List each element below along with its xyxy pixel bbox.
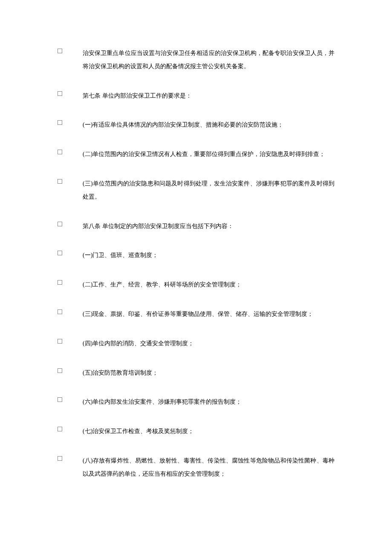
checkbox-icon	[58, 456, 62, 461]
item-text: (六)单位内部发生治安案件、涉嫌刑事犯罪案件的报告制度；	[83, 396, 334, 409]
item-text: (三)现金、票据、印鉴、有价证券等重要物品使用、保管、储存、运输的安全管理制度；	[83, 308, 334, 321]
item-text: (二)工作、生产、经营、教学、科研等场所的安全管理制度；	[83, 278, 334, 292]
item-text: (八)存放有爆炸性、易燃性、放射性、毒害性、传染性、腐蚀性等危险物品和传染性菌种…	[83, 454, 334, 481]
item-text: (五)治安防范教育培训制度；	[83, 367, 334, 380]
checkbox-icon	[58, 91, 62, 96]
list-item: (三)单位范围内的治安隐患和问题及时得到处理，发生治安案件、涉嫌刑事犯罪的案件及…	[58, 177, 334, 204]
list-item: 第七条 单位内部治安保卫工作的要求是：	[58, 90, 334, 103]
checkbox-icon	[58, 280, 62, 285]
checkbox-icon	[58, 222, 62, 226]
list-item: (五)治安防范教育培训制度；	[58, 367, 334, 380]
checkbox-icon	[58, 120, 62, 125]
item-text: (二)单位范围内的治安保卫情况有人检查，重要部位得到重点保护，治安隐患及时得到排…	[83, 148, 334, 161]
checkbox-icon	[58, 150, 62, 154]
document-content: 治安保卫重点单位应当设置与治安保卫任务相适应的治安保卫机构，配备专职治安保卫人员…	[58, 47, 334, 481]
checkbox-icon	[58, 49, 62, 53]
list-item: (六)单位内部发生治安案件、涉嫌刑事犯罪案件的报告制度；	[58, 396, 334, 409]
list-item: (四)单位内部的消防、交通安全管理制度；	[58, 337, 334, 350]
list-item: (二)单位范围内的治安保卫情况有人检查，重要部位得到重点保护，治安隐患及时得到排…	[58, 148, 334, 161]
list-item: (二)工作、生产、经营、教学、科研等场所的安全管理制度；	[58, 278, 334, 292]
checkbox-icon	[58, 368, 62, 373]
checkbox-icon	[58, 309, 62, 314]
item-text: (一)门卫、值班、巡查制度；	[83, 249, 334, 262]
item-text: (一)有适应单位具体情况的内部治安保卫制度、措施和必要的治安防范设施；	[83, 119, 334, 132]
checkbox-icon	[58, 251, 62, 255]
list-item: (三)现金、票据、印鉴、有价证券等重要物品使用、保管、储存、运输的安全管理制度；	[58, 308, 334, 321]
list-item: (七)治安保卫工作检查、考核及奖惩制度；	[58, 425, 334, 438]
item-text: 第八条 单位制定的内部治安保卫制度应当包括下列内容：	[83, 220, 334, 233]
list-item: 治安保卫重点单位应当设置与治安保卫任务相适应的治安保卫机构，配备专职治安保卫人员…	[58, 47, 334, 73]
item-text: 第七条 单位内部治安保卫工作的要求是：	[83, 90, 334, 103]
checkbox-icon	[58, 179, 62, 184]
item-text: (七)治安保卫工作检查、考核及奖惩制度；	[83, 425, 334, 438]
checkbox-icon	[58, 427, 62, 431]
item-text: (三)单位范围内的治安隐患和问题及时得到处理，发生治安案件、涉嫌刑事犯罪的案件及…	[83, 177, 334, 204]
list-item: 第八条 单位制定的内部治安保卫制度应当包括下列内容：	[58, 220, 334, 233]
item-text: 治安保卫重点单位应当设置与治安保卫任务相适应的治安保卫机构，配备专职治安保卫人员…	[83, 47, 334, 73]
item-text: (四)单位内部的消防、交通安全管理制度；	[83, 337, 334, 350]
list-item: (一)有适应单位具体情况的内部治安保卫制度、措施和必要的治安防范设施；	[58, 119, 334, 132]
checkbox-icon	[58, 339, 62, 344]
checkbox-icon	[58, 397, 62, 402]
list-item: (一)门卫、值班、巡查制度；	[58, 249, 334, 262]
list-item: (八)存放有爆炸性、易燃性、放射性、毒害性、传染性、腐蚀性等危险物品和传染性菌种…	[58, 454, 334, 481]
